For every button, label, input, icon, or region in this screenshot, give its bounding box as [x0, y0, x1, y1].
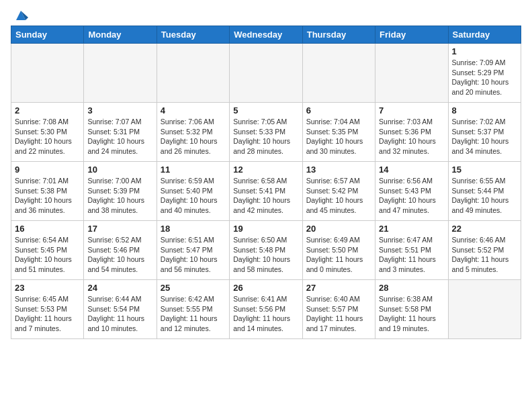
day-info: Sunrise: 6:56 AMSunset: 5:43 PMDaylight:… [379, 176, 444, 216]
calendar-cell: 15Sunrise: 6:55 AMSunset: 5:44 PMDayligh… [448, 162, 521, 221]
page: SundayMondayTuesdayWednesdayThursdayFrid… [0, 0, 532, 346]
day-number: 6 [306, 105, 371, 116]
day-info: Sunrise: 7:03 AMSunset: 5:36 PMDaylight:… [379, 117, 444, 156]
day-info: Sunrise: 7:06 AMSunset: 5:32 PMDaylight:… [161, 117, 226, 156]
logo [11, 7, 28, 23]
day-info: Sunrise: 6:47 AMSunset: 5:51 PMDaylight:… [379, 235, 444, 275]
calendar-cell: 16Sunrise: 6:54 AMSunset: 5:45 PMDayligh… [11, 221, 84, 280]
day-info: Sunrise: 7:02 AMSunset: 5:37 PMDaylight:… [452, 117, 517, 156]
day-number: 3 [87, 105, 152, 116]
calendar-cell: 17Sunrise: 6:52 AMSunset: 5:46 PMDayligh… [84, 221, 157, 280]
calendar-cell [375, 44, 448, 103]
calendar-cell: 25Sunrise: 6:42 AMSunset: 5:55 PMDayligh… [157, 280, 229, 339]
calendar-cell: 10Sunrise: 7:00 AMSunset: 5:39 PMDayligh… [84, 162, 157, 221]
calendar-cell: 26Sunrise: 6:41 AMSunset: 5:56 PMDayligh… [230, 280, 302, 339]
day-number: 23 [15, 283, 80, 293]
header [11, 7, 521, 23]
day-number: 26 [233, 283, 298, 293]
day-info: Sunrise: 7:00 AMSunset: 5:39 PMDaylight:… [87, 176, 152, 216]
day-info: Sunrise: 6:46 AMSunset: 5:52 PMDaylight:… [452, 235, 517, 275]
day-info: Sunrise: 6:42 AMSunset: 5:55 PMDaylight:… [161, 294, 226, 334]
day-number: 4 [161, 105, 226, 116]
day-number: 25 [161, 283, 226, 293]
day-info: Sunrise: 7:04 AMSunset: 5:35 PMDaylight:… [306, 117, 371, 156]
day-number: 12 [233, 165, 298, 175]
day-info: Sunrise: 6:40 AMSunset: 5:57 PMDaylight:… [306, 294, 371, 334]
weekday-sunday: Sunday [11, 26, 84, 44]
day-number: 21 [379, 224, 444, 234]
day-info: Sunrise: 6:58 AMSunset: 5:41 PMDaylight:… [233, 176, 298, 216]
day-number: 13 [306, 165, 371, 175]
calendar-cell: 21Sunrise: 6:47 AMSunset: 5:51 PMDayligh… [375, 221, 448, 280]
day-number: 27 [306, 283, 371, 293]
calendar-cell: 1Sunrise: 7:09 AMSunset: 5:29 PMDaylight… [448, 44, 521, 103]
logo-icon [13, 8, 28, 23]
day-info: Sunrise: 6:38 AMSunset: 5:58 PMDaylight:… [379, 294, 444, 334]
day-number: 14 [379, 165, 444, 175]
calendar-cell [157, 44, 229, 103]
calendar-cell: 27Sunrise: 6:40 AMSunset: 5:57 PMDayligh… [302, 280, 375, 339]
weekday-tuesday: Tuesday [157, 26, 229, 44]
calendar-cell [302, 44, 375, 103]
day-number: 19 [233, 224, 298, 234]
calendar-cell [448, 280, 521, 339]
calendar-cell: 4Sunrise: 7:06 AMSunset: 5:32 PMDaylight… [157, 103, 229, 162]
day-number: 24 [87, 283, 152, 293]
calendar-cell: 6Sunrise: 7:04 AMSunset: 5:35 PMDaylight… [302, 103, 375, 162]
calendar-cell: 5Sunrise: 7:05 AMSunset: 5:33 PMDaylight… [230, 103, 302, 162]
day-info: Sunrise: 6:57 AMSunset: 5:42 PMDaylight:… [306, 176, 371, 216]
calendar-cell: 2Sunrise: 7:08 AMSunset: 5:30 PMDaylight… [11, 103, 84, 162]
day-info: Sunrise: 7:01 AMSunset: 5:38 PMDaylight:… [15, 176, 80, 216]
day-number: 2 [15, 105, 80, 116]
calendar-cell: 19Sunrise: 6:50 AMSunset: 5:48 PMDayligh… [230, 221, 302, 280]
weekday-header-row: SundayMondayTuesdayWednesdayThursdayFrid… [11, 26, 521, 44]
day-number: 20 [306, 224, 371, 234]
day-info: Sunrise: 6:54 AMSunset: 5:45 PMDaylight:… [15, 235, 80, 275]
day-info: Sunrise: 7:07 AMSunset: 5:31 PMDaylight:… [87, 117, 152, 156]
weekday-saturday: Saturday [448, 26, 521, 44]
day-number: 17 [87, 224, 152, 234]
day-number: 8 [452, 105, 517, 116]
calendar-cell: 9Sunrise: 7:01 AMSunset: 5:38 PMDaylight… [11, 162, 84, 221]
day-info: Sunrise: 6:49 AMSunset: 5:50 PMDaylight:… [306, 235, 371, 275]
calendar-cell: 14Sunrise: 6:56 AMSunset: 5:43 PMDayligh… [375, 162, 448, 221]
day-number: 16 [15, 224, 80, 234]
day-info: Sunrise: 7:05 AMSunset: 5:33 PMDaylight:… [233, 117, 298, 156]
day-info: Sunrise: 6:59 AMSunset: 5:40 PMDaylight:… [161, 176, 226, 216]
calendar-cell: 3Sunrise: 7:07 AMSunset: 5:31 PMDaylight… [84, 103, 157, 162]
day-number: 18 [161, 224, 226, 234]
day-number: 15 [452, 165, 517, 175]
calendar-cell: 23Sunrise: 6:45 AMSunset: 5:53 PMDayligh… [11, 280, 84, 339]
calendar-table: SundayMondayTuesdayWednesdayThursdayFrid… [11, 26, 521, 339]
week-row-3: 16Sunrise: 6:54 AMSunset: 5:45 PMDayligh… [11, 221, 521, 280]
weekday-thursday: Thursday [302, 26, 375, 44]
week-row-0: 1Sunrise: 7:09 AMSunset: 5:29 PMDaylight… [11, 44, 521, 103]
calendar-cell: 20Sunrise: 6:49 AMSunset: 5:50 PMDayligh… [302, 221, 375, 280]
weekday-monday: Monday [84, 26, 157, 44]
calendar-cell: 22Sunrise: 6:46 AMSunset: 5:52 PMDayligh… [448, 221, 521, 280]
calendar-cell: 11Sunrise: 6:59 AMSunset: 5:40 PMDayligh… [157, 162, 229, 221]
calendar-cell: 24Sunrise: 6:44 AMSunset: 5:54 PMDayligh… [84, 280, 157, 339]
day-number: 22 [452, 224, 517, 234]
day-info: Sunrise: 6:52 AMSunset: 5:46 PMDaylight:… [87, 235, 152, 275]
week-row-1: 2Sunrise: 7:08 AMSunset: 5:30 PMDaylight… [11, 103, 521, 162]
week-row-4: 23Sunrise: 6:45 AMSunset: 5:53 PMDayligh… [11, 280, 521, 339]
calendar-cell [230, 44, 302, 103]
calendar-cell: 13Sunrise: 6:57 AMSunset: 5:42 PMDayligh… [302, 162, 375, 221]
day-info: Sunrise: 7:08 AMSunset: 5:30 PMDaylight:… [15, 117, 80, 156]
day-info: Sunrise: 6:50 AMSunset: 5:48 PMDaylight:… [233, 235, 298, 275]
week-row-2: 9Sunrise: 7:01 AMSunset: 5:38 PMDaylight… [11, 162, 521, 221]
calendar-cell: 7Sunrise: 7:03 AMSunset: 5:36 PMDaylight… [375, 103, 448, 162]
weekday-friday: Friday [375, 26, 448, 44]
calendar-cell [84, 44, 157, 103]
day-number: 28 [379, 283, 444, 293]
calendar-cell: 8Sunrise: 7:02 AMSunset: 5:37 PMDaylight… [448, 103, 521, 162]
calendar-cell: 18Sunrise: 6:51 AMSunset: 5:47 PMDayligh… [157, 221, 229, 280]
calendar-cell: 28Sunrise: 6:38 AMSunset: 5:58 PMDayligh… [375, 280, 448, 339]
day-number: 11 [161, 165, 226, 175]
day-number: 9 [15, 165, 80, 175]
day-number: 1 [452, 46, 517, 56]
day-info: Sunrise: 6:51 AMSunset: 5:47 PMDaylight:… [161, 235, 226, 275]
calendar-cell: 12Sunrise: 6:58 AMSunset: 5:41 PMDayligh… [230, 162, 302, 221]
weekday-wednesday: Wednesday [230, 26, 302, 44]
